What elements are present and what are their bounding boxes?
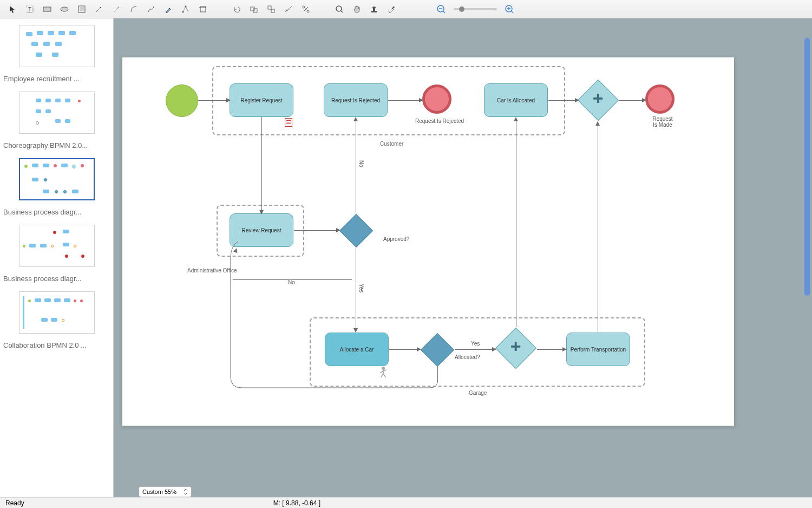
zoom-slider-thumb[interactable] bbox=[459, 6, 464, 12]
undo-icon[interactable] bbox=[228, 2, 245, 16]
rect-tool-icon[interactable] bbox=[39, 2, 55, 16]
svg-point-22 bbox=[336, 6, 342, 11]
svg-line-16 bbox=[285, 6, 292, 12]
arrowhead-icon bbox=[595, 121, 600, 126]
svg-point-3 bbox=[61, 7, 68, 11]
thumb-label: Collaboration BPMN 2.0 ... bbox=[0, 339, 113, 354]
task-request-rejected[interactable]: Request Is Rejected bbox=[324, 83, 388, 117]
group-shapes-icon[interactable] bbox=[246, 2, 262, 16]
statusbar: Ready M: [ 9.88, -0.64 ] bbox=[0, 497, 812, 508]
svg-point-9 bbox=[185, 5, 187, 7]
thumb-item[interactable] bbox=[0, 220, 113, 272]
stamp-tool-icon[interactable] bbox=[366, 2, 382, 16]
toolbar-group-zoom bbox=[433, 2, 518, 16]
pool-label: Customer bbox=[380, 141, 403, 147]
task-car-allocated[interactable]: Car Is Allocated bbox=[484, 83, 548, 117]
path-edit-tool-icon[interactable] bbox=[178, 2, 194, 16]
end-event-made[interactable] bbox=[645, 84, 675, 114]
canvas[interactable]: Customer Administrative Office Garage Re… bbox=[122, 57, 734, 426]
toolbar: T bbox=[0, 0, 812, 18]
thumb-preview-selected bbox=[19, 158, 95, 200]
thumb-item[interactable] bbox=[0, 287, 113, 339]
edge-label: Yes bbox=[358, 284, 364, 292]
svg-text:T: T bbox=[28, 6, 31, 12]
group-tool-icon[interactable] bbox=[74, 2, 90, 16]
edge bbox=[455, 349, 494, 350]
thumb-preview bbox=[19, 92, 95, 134]
arc-tool-icon[interactable] bbox=[126, 2, 142, 16]
edge-label: No bbox=[358, 160, 364, 167]
arrowhead-icon bbox=[353, 117, 358, 121]
arrowhead-icon bbox=[642, 98, 646, 102]
pan-tool-icon[interactable] bbox=[349, 2, 365, 16]
zoom-in-icon[interactable] bbox=[501, 2, 518, 16]
task-review-request[interactable]: Review Request bbox=[230, 213, 293, 247]
thumb-preview bbox=[19, 225, 95, 267]
thumb-item[interactable] bbox=[0, 87, 113, 139]
arrowhead-icon bbox=[259, 210, 264, 214]
svg-line-7 bbox=[114, 6, 119, 12]
svg-rect-24 bbox=[371, 11, 377, 12]
crop-tool-icon[interactable] bbox=[195, 2, 211, 16]
pen-tool-icon[interactable] bbox=[160, 2, 176, 16]
align-icon[interactable] bbox=[280, 2, 297, 16]
task-label: Allocate a Car bbox=[340, 347, 374, 353]
end-event-rejected[interactable] bbox=[422, 84, 451, 114]
edge bbox=[548, 100, 577, 101]
svg-point-17 bbox=[286, 9, 288, 11]
arrow-tool-icon[interactable] bbox=[91, 2, 107, 16]
task-perform-transport[interactable]: Perform Transportation bbox=[566, 333, 630, 366]
edge-label: Yes bbox=[471, 341, 480, 347]
task-label: Car Is Allocated bbox=[497, 97, 535, 103]
thumb-item[interactable] bbox=[0, 21, 113, 73]
zoom-select[interactable]: Custom 55% bbox=[139, 486, 192, 497]
arrowhead-icon bbox=[353, 328, 358, 333]
toolbar-group-edit bbox=[228, 2, 314, 16]
connect-icon[interactable] bbox=[298, 2, 314, 16]
curve-tool-icon[interactable] bbox=[143, 2, 159, 16]
svg-line-23 bbox=[341, 11, 343, 12]
end-event-label: Request Is Made bbox=[636, 116, 690, 128]
line-tool-icon[interactable] bbox=[108, 2, 125, 16]
text-tool-icon[interactable]: T bbox=[22, 2, 38, 16]
zoom-select-label: Custom 55% bbox=[142, 489, 176, 495]
parallel-gateway[interactable]: + bbox=[578, 80, 619, 121]
vertical-scrollbar[interactable] bbox=[803, 38, 811, 468]
eyedropper-icon[interactable] bbox=[383, 2, 400, 16]
pointer-tool-icon[interactable] bbox=[4, 2, 21, 16]
ungroup-icon[interactable] bbox=[263, 2, 279, 16]
thumb-label: Business process diagr... bbox=[0, 206, 113, 220]
zoom-slider[interactable] bbox=[454, 8, 497, 10]
thumb-label: Choreography BPMN 2.0... bbox=[0, 139, 113, 154]
arrowhead-icon bbox=[226, 98, 231, 102]
arrowhead-icon bbox=[417, 347, 421, 351]
canvas-area[interactable]: Customer Administrative Office Garage Re… bbox=[114, 18, 812, 497]
thumb-label: Business process diagr... bbox=[0, 272, 113, 287]
zoom-tool-icon[interactable] bbox=[331, 2, 348, 16]
gateway-label: Allocated? bbox=[455, 354, 480, 360]
svg-rect-5 bbox=[80, 7, 84, 11]
arrowhead-icon bbox=[514, 117, 518, 121]
edge bbox=[598, 125, 598, 331]
toolbar-group-view bbox=[331, 2, 400, 16]
task-label: Request Is Rejected bbox=[331, 97, 380, 103]
arrowhead-icon bbox=[336, 228, 340, 232]
task-label: Review Request bbox=[242, 227, 281, 233]
plus-icon: + bbox=[510, 336, 521, 357]
task-label: Register Request bbox=[240, 97, 282, 103]
scrollbar-thumb[interactable] bbox=[804, 38, 810, 296]
thumb-preview bbox=[19, 25, 95, 67]
gateway-approved[interactable] bbox=[339, 214, 373, 248]
start-event[interactable] bbox=[166, 84, 198, 117]
edge bbox=[356, 120, 356, 213]
ellipse-tool-icon[interactable] bbox=[56, 2, 73, 16]
task-register-request[interactable]: Register Request bbox=[230, 83, 293, 117]
svg-line-34 bbox=[511, 11, 513, 13]
edge bbox=[356, 248, 356, 330]
task-allocate-car[interactable]: Allocate a Car bbox=[325, 333, 389, 366]
edge bbox=[619, 100, 643, 101]
zoom-out-icon[interactable] bbox=[433, 2, 449, 16]
thumb-item[interactable] bbox=[0, 154, 113, 206]
edge bbox=[388, 100, 421, 101]
toolbar-group-shapes: T bbox=[4, 2, 211, 16]
